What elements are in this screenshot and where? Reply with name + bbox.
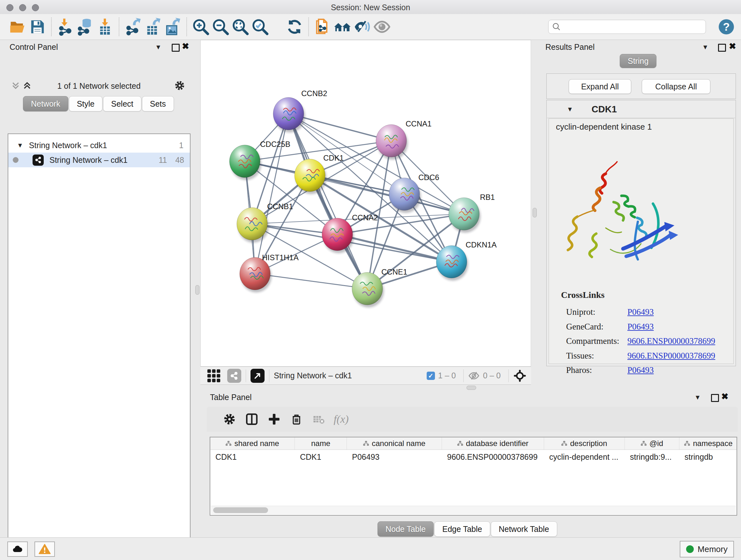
- import-network-from-file-icon[interactable]: [56, 17, 75, 37]
- crosslink-genecard-link[interactable]: P06493: [627, 322, 654, 332]
- import-table-from-file-icon[interactable]: [95, 17, 115, 37]
- import-network-from-database-icon[interactable]: [75, 17, 95, 37]
- memory-button[interactable]: Memory: [680, 541, 734, 557]
- network-collection-row[interactable]: ▼ String Network – cdk1 1: [8, 138, 190, 152]
- network-node-HIST1H1A[interactable]: HIST1H1A: [240, 253, 299, 293]
- control-panel-close-icon[interactable]: ✖: [182, 41, 189, 51]
- column-header-database-identifier[interactable]: database identifier: [442, 437, 544, 449]
- horizontal-splitter-handle[interactable]: [467, 386, 476, 390]
- results-panel-float-icon[interactable]: [718, 44, 726, 53]
- edge-HIST1H1A-CCNE1[interactable]: [255, 273, 367, 289]
- export-table-icon[interactable]: [143, 17, 163, 37]
- left-splitter-handle[interactable]: [195, 285, 199, 295]
- control-panel-tabs: NetworkStyleSelectSets: [23, 96, 175, 111]
- network-row-selected[interactable]: String Network – cdk1 11 48: [8, 152, 190, 167]
- tab-node-table[interactable]: Node Table: [378, 521, 434, 537]
- network-node-CCNB2[interactable]: CCNB2: [273, 89, 327, 132]
- edge-CCNB2-HIST1H1A[interactable]: [255, 114, 288, 273]
- zoom-fit-icon[interactable]: [230, 17, 250, 37]
- table-cell[interactable]: 9606.ENSP00000378699: [442, 450, 544, 464]
- tab-sets[interactable]: Sets: [142, 96, 174, 111]
- edge-CCNB2-CCNE1[interactable]: [288, 114, 367, 289]
- tab-style[interactable]: Style: [69, 96, 103, 111]
- zoom-out-icon[interactable]: [211, 17, 230, 37]
- network-column-icon: [226, 441, 231, 446]
- toolbar-separator: [186, 17, 187, 36]
- column-header-name[interactable]: name: [295, 437, 347, 449]
- zoom-in-icon[interactable]: [191, 17, 211, 37]
- node-label-CDC6: CDC6: [418, 173, 439, 182]
- tab-string[interactable]: String: [620, 54, 657, 68]
- birdseye-crosshair-icon[interactable]: [513, 369, 527, 382]
- eye-icon[interactable]: [372, 17, 392, 37]
- node-label-CCNA1: CCNA1: [406, 119, 431, 128]
- column-header-canonical-name[interactable]: canonical name: [347, 437, 442, 449]
- refresh-icon[interactable]: [285, 17, 305, 37]
- toolbar-separator: [269, 369, 269, 382]
- cloud-status-button[interactable]: [7, 542, 28, 557]
- network-node-CCNA1[interactable]: CCNA1: [376, 119, 431, 160]
- results-panel-menu-caret-icon[interactable]: ▾: [703, 43, 707, 51]
- tab-edge-table[interactable]: Edge Table: [434, 521, 490, 537]
- crosslink-pharos-link[interactable]: P06493: [627, 365, 654, 375]
- control-panel-gear-icon[interactable]: [174, 80, 185, 91]
- share-file-icon[interactable]: [313, 17, 333, 37]
- network-node-CDC25B[interactable]: CDC25B: [229, 140, 290, 180]
- section-caret-icon[interactable]: ▼: [567, 106, 573, 113]
- home-icon[interactable]: [333, 17, 352, 37]
- grid-view-icon[interactable]: [207, 369, 221, 383]
- toolbar-separator: [463, 369, 464, 382]
- delete-table-icon[interactable]: [308, 410, 330, 429]
- string-view-icon[interactable]: [227, 369, 241, 383]
- edge-CCNA2-CDKN1A[interactable]: [337, 234, 452, 262]
- tree-caret-icon[interactable]: ▼: [17, 142, 23, 149]
- network-node-CDC6[interactable]: CDC6: [389, 173, 439, 213]
- results-panel-close-icon[interactable]: ✖: [729, 41, 736, 51]
- results-panel-title: Results Panel: [545, 43, 595, 52]
- gene-section-header[interactable]: ▼ CDK1: [547, 101, 735, 118]
- crosslink-compartments-link[interactable]: 9606.ENSP00000378699: [627, 336, 715, 346]
- table-cell[interactable]: CDK1: [210, 450, 295, 464]
- column-header-shared-name[interactable]: shared name: [210, 437, 295, 449]
- tab-network[interactable]: Network: [23, 96, 68, 111]
- table-cell[interactable]: P06493: [347, 450, 442, 464]
- table-gear-icon[interactable]: [218, 410, 241, 429]
- tab-select[interactable]: Select: [103, 96, 141, 111]
- collapse-all-chevron-icon[interactable]: [11, 81, 20, 90]
- delete-column-icon[interactable]: [285, 410, 308, 429]
- selected-checkbox-icon[interactable]: ✓: [427, 372, 435, 380]
- current-network-dot-icon: [13, 157, 18, 163]
- network-list: ▼ String Network – cdk1 1 String Network…: [8, 133, 191, 560]
- network-node-RB1[interactable]: RB1: [449, 193, 495, 233]
- open-in-window-icon[interactable]: [251, 369, 265, 383]
- control-panel-float-icon[interactable]: [172, 44, 180, 53]
- memory-label: Memory: [697, 544, 728, 554]
- help-icon[interactable]: ?: [718, 17, 735, 37]
- collapse-all-button[interactable]: Collapse All: [642, 79, 711, 94]
- show-columns-icon[interactable]: [241, 410, 263, 429]
- expand-all-button[interactable]: Expand All: [569, 79, 631, 94]
- crosslink-tissues-link[interactable]: 9606.ENSP00000378699: [627, 351, 715, 361]
- control-panel-menu-caret-icon[interactable]: ▾: [156, 43, 160, 51]
- network-selection-status: 1 of 1 Network selected: [38, 81, 159, 91]
- scrollbar-thumb[interactable]: [213, 507, 268, 513]
- hidden-eye-icon[interactable]: [468, 370, 480, 381]
- zoom-selected-icon[interactable]: [250, 17, 270, 37]
- search-input[interactable]: [561, 22, 702, 32]
- right-splitter-handle[interactable]: [533, 208, 537, 217]
- function-builder-icon[interactable]: f(x): [330, 410, 352, 429]
- table-cell[interactable]: CDK1: [295, 450, 347, 464]
- control-panel-title: Control Panel: [10, 43, 58, 52]
- export-network-icon[interactable]: [123, 17, 143, 37]
- hide-graphics-details-icon[interactable]: [352, 17, 372, 37]
- warning-icon: [39, 543, 51, 555]
- add-column-icon[interactable]: [263, 410, 285, 429]
- export-image-icon[interactable]: [163, 17, 183, 37]
- crosslink-uniprot-link[interactable]: P06493: [627, 307, 654, 317]
- open-file-icon[interactable]: [8, 17, 27, 37]
- network-node-CDKN1A[interactable]: CDKN1A: [436, 240, 496, 281]
- expand-all-chevron-icon[interactable]: [22, 81, 32, 90]
- warning-status-button[interactable]: [35, 542, 55, 557]
- network-canvas[interactable]: CCNB2CCNA1CDC25BCDK1CDC6RB1CCNB1CCNA2CDK…: [200, 40, 531, 367]
- save-session-icon[interactable]: [27, 17, 47, 37]
